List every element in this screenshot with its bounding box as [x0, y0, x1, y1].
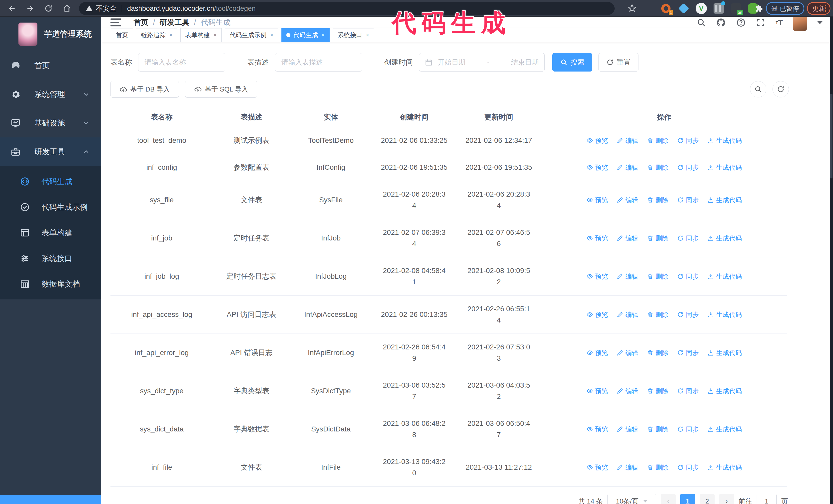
- page-scrollbar[interactable]: [830, 17, 833, 504]
- sidebar-item-infrastructure[interactable]: 基础设施: [0, 109, 101, 137]
- tab-1[interactable]: 首页: [111, 28, 133, 42]
- tab-close-icon[interactable]: ×: [366, 32, 369, 39]
- avatar-caret-icon[interactable]: [817, 21, 823, 24]
- hamburger-icon[interactable]: [111, 17, 121, 28]
- action-generate-code[interactable]: 生成代码: [708, 424, 742, 435]
- browser-back-icon[interactable]: [7, 3, 18, 14]
- action-generate-code[interactable]: 生成代码: [708, 462, 742, 473]
- profile-paused-badge[interactable]: 😅 已暂停: [766, 2, 804, 15]
- tab-5[interactable]: 代码生成×: [281, 28, 330, 42]
- font-size-icon[interactable]: тT: [776, 18, 783, 27]
- action-delete[interactable]: 删除: [647, 233, 668, 244]
- action-generate-code[interactable]: 生成代码: [708, 271, 742, 282]
- sidebar-item-dev-tools[interactable]: 研发工具: [0, 137, 101, 166]
- action-sync[interactable]: 同步: [677, 424, 699, 435]
- prev-page-button[interactable]: ‹: [661, 494, 675, 504]
- sidebar-item-form-builder[interactable]: 表单构建: [0, 220, 101, 246]
- app-logo-row[interactable]: 芋道管理系统: [0, 17, 101, 51]
- table-desc-input[interactable]: [275, 53, 362, 72]
- tab-3[interactable]: 表单构建×: [181, 28, 222, 42]
- action-delete[interactable]: 删除: [647, 385, 668, 397]
- action-delete[interactable]: 删除: [647, 194, 668, 206]
- action-generate-code[interactable]: 生成代码: [708, 194, 742, 206]
- page-button-2[interactable]: 2: [700, 494, 715, 504]
- action-sync[interactable]: 同步: [677, 462, 699, 473]
- action-edit[interactable]: 编辑: [617, 271, 638, 282]
- tab-close-icon[interactable]: ×: [214, 32, 217, 39]
- browser-home-icon[interactable]: [62, 3, 72, 14]
- github-icon[interactable]: [716, 18, 726, 27]
- action-preview[interactable]: 预览: [587, 194, 608, 206]
- action-generate-code[interactable]: 生成代码: [708, 347, 742, 358]
- action-preview[interactable]: 预览: [587, 309, 608, 320]
- breadcrumb-dev-tools[interactable]: 研发工具: [160, 18, 189, 28]
- date-range-picker[interactable]: 开始日期 - 结束日期: [419, 53, 545, 72]
- browser-refresh-icon[interactable]: [43, 3, 54, 14]
- page-button-1[interactable]: 1: [680, 494, 695, 504]
- sidebar-item-home[interactable]: 首页: [0, 51, 101, 80]
- tab-2[interactable]: 链路追踪×: [136, 28, 177, 42]
- action-sync[interactable]: 同步: [677, 347, 699, 358]
- action-generate-code[interactable]: 生成代码: [708, 233, 742, 244]
- bookmark-star-icon[interactable]: [627, 4, 637, 13]
- action-delete[interactable]: 删除: [647, 424, 668, 435]
- sidebar-item-system-api[interactable]: 系统接口: [0, 246, 101, 271]
- action-edit[interactable]: 编辑: [617, 162, 638, 173]
- fullscreen-icon[interactable]: [756, 18, 765, 27]
- extension-columns-icon[interactable]: [713, 3, 724, 14]
- sidebar-bottom-bar[interactable]: [0, 495, 101, 504]
- action-delete[interactable]: 删除: [647, 309, 668, 320]
- refresh-table-button[interactable]: [772, 81, 789, 97]
- extension-gem-icon[interactable]: [678, 3, 689, 14]
- action-preview[interactable]: 预览: [587, 271, 608, 282]
- action-sync[interactable]: 同步: [677, 162, 699, 173]
- action-preview[interactable]: 预览: [587, 135, 608, 146]
- action-delete[interactable]: 删除: [647, 162, 668, 173]
- action-edit[interactable]: 编辑: [617, 462, 638, 473]
- action-preview[interactable]: 预览: [587, 162, 608, 173]
- import-sql-button[interactable]: 基于 SQL 导入: [185, 81, 257, 98]
- action-edit[interactable]: 编辑: [617, 347, 638, 358]
- browser-menu-icon[interactable]: [825, 5, 826, 12]
- action-sync[interactable]: 同步: [677, 233, 699, 244]
- chrome-update-button[interactable]: 更新: [807, 2, 830, 15]
- browser-forward-icon[interactable]: [25, 3, 35, 14]
- action-sync[interactable]: 同步: [677, 309, 699, 320]
- action-preview[interactable]: 预览: [587, 424, 608, 435]
- extension-switch-icon[interactable]: on: [731, 3, 742, 14]
- action-delete[interactable]: 删除: [647, 462, 668, 473]
- action-preview[interactable]: 预览: [587, 233, 608, 244]
- address-bar[interactable]: 不安全 dashboard.yudao.iocoder.cn/tool/code…: [79, 2, 615, 15]
- page-size-select[interactable]: 10条/页: [608, 494, 656, 504]
- action-edit[interactable]: 编辑: [617, 424, 638, 435]
- extension-vue-devtools-icon[interactable]: V: [696, 3, 707, 14]
- action-sync[interactable]: 同步: [677, 135, 699, 146]
- action-edit[interactable]: 编辑: [617, 233, 638, 244]
- reset-button[interactable]: 重置: [598, 53, 639, 72]
- table-name-input[interactable]: [138, 53, 225, 72]
- action-preview[interactable]: 预览: [587, 347, 608, 358]
- action-generate-code[interactable]: 生成代码: [708, 385, 742, 397]
- sidebar-item-db-doc[interactable]: 数据库文档: [0, 271, 101, 297]
- help-icon[interactable]: [736, 18, 746, 27]
- goto-page-input[interactable]: [757, 494, 777, 504]
- action-delete[interactable]: 删除: [647, 271, 668, 282]
- action-sync[interactable]: 同步: [677, 194, 699, 206]
- extensions-puzzle-icon[interactable]: [753, 3, 764, 14]
- action-edit[interactable]: 编辑: [617, 194, 638, 206]
- sidebar-item-codegen-example[interactable]: 代码生成示例: [0, 194, 101, 220]
- action-sync[interactable]: 同步: [677, 271, 699, 282]
- extension-orange-icon[interactable]: 1: [660, 3, 671, 14]
- action-edit[interactable]: 编辑: [617, 309, 638, 320]
- action-preview[interactable]: 预览: [587, 385, 608, 397]
- tab-close-icon[interactable]: ×: [270, 32, 273, 39]
- action-generate-code[interactable]: 生成代码: [708, 162, 742, 173]
- breadcrumb-home[interactable]: 首页: [134, 18, 148, 28]
- tab-4[interactable]: 代码生成示例×: [225, 28, 278, 42]
- action-generate-code[interactable]: 生成代码: [708, 135, 742, 146]
- action-sync[interactable]: 同步: [677, 385, 699, 397]
- action-delete[interactable]: 删除: [647, 135, 668, 146]
- import-db-button[interactable]: 基于 DB 导入: [111, 81, 179, 98]
- search-button[interactable]: 搜索: [552, 53, 592, 72]
- action-preview[interactable]: 预览: [587, 462, 608, 473]
